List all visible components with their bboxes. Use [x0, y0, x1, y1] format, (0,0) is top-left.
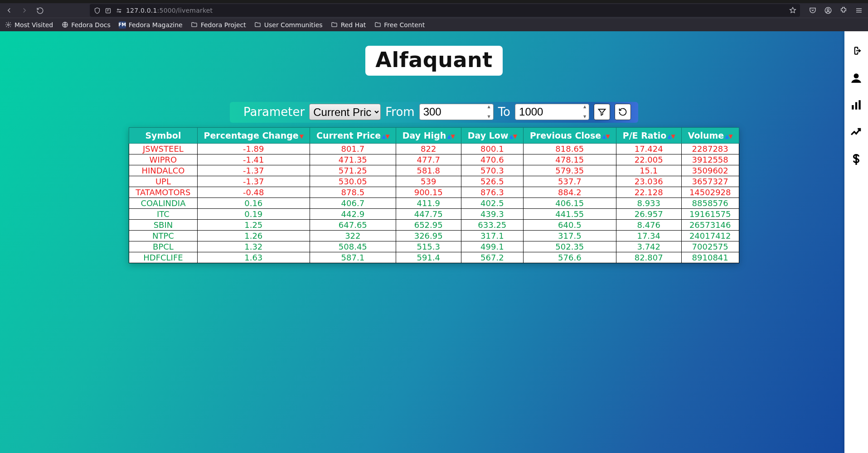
parameter-label: Parameter: [243, 105, 305, 119]
cell-pct: -1.37: [197, 165, 310, 176]
svg-point-1: [117, 9, 118, 10]
cell-vol: 8910841: [681, 252, 739, 263]
col-high[interactable]: Day High▲▼: [396, 128, 461, 144]
folder-icon: [191, 21, 198, 29]
cell-pe: 17.34: [616, 231, 681, 241]
from-label: From: [385, 105, 414, 119]
table-row[interactable]: NTPC1.26322326.95317.1317.517.3424017412: [129, 231, 739, 241]
col-prev[interactable]: Previous Close▲▼: [523, 128, 616, 144]
table-row[interactable]: JSWSTEEL-1.89801.7822800.1818.6517.42422…: [129, 144, 739, 154]
browser-toolbar: 127.0.0.1:5000/livemarket: [0, 3, 868, 18]
to-spinner[interactable]: ▲▼: [582, 105, 588, 119]
bar-chart-icon[interactable]: [849, 98, 863, 112]
fedora-magazine-icon: FM: [119, 21, 126, 29]
cell-pe: 23.036: [616, 176, 681, 187]
page-info-icon[interactable]: [104, 7, 112, 14]
cell-price: 406.7: [310, 198, 396, 209]
cell-pe: 17.424: [616, 144, 681, 154]
to-input[interactable]: [515, 104, 589, 120]
cell-prev: 441.55: [523, 209, 616, 220]
table-row[interactable]: UPL-1.37530.05539526.5537.723.0363657327: [129, 176, 739, 187]
extensions-icon[interactable]: [837, 4, 850, 17]
cell-symbol: JSWSTEEL: [129, 144, 197, 154]
col-symbol: Symbol: [129, 128, 197, 144]
col-pct[interactable]: Percentage Change▼: [197, 128, 310, 144]
cell-price: 530.05: [310, 176, 396, 187]
url-path: :5000/livemarket: [157, 7, 213, 14]
bookmark-label: Free Content: [384, 21, 425, 29]
cell-high: 411.9: [396, 198, 461, 209]
app-menu-icon[interactable]: [853, 4, 865, 17]
cell-symbol: WIPRO: [129, 154, 197, 165]
bookmark-label: Fedora Magazine: [129, 21, 183, 29]
cell-pe: 26.957: [616, 209, 681, 220]
app-viewport: Alfaquant Parameter Current Price From ▲…: [0, 31, 868, 453]
col-pe[interactable]: P/E Ratio▲▼: [616, 128, 681, 144]
table-row[interactable]: WIPRO-1.41471.35477.7470.6478.1522.00539…: [129, 154, 739, 165]
col-label: Volume: [688, 130, 724, 140]
bookmark-item[interactable]: User Communities: [254, 21, 323, 29]
nav-forward-button[interactable]: [18, 4, 31, 17]
filter-bar: Parameter Current Price From ▲▼ To ▲▼: [0, 102, 868, 123]
table-row[interactable]: HINDALCO-1.37571.25581.8570.3579.3515.13…: [129, 165, 739, 176]
nav-refresh-button[interactable]: [34, 4, 46, 17]
cell-low: 499.1: [461, 241, 523, 252]
cell-low: 876.3: [461, 187, 523, 198]
cell-pct: 0.19: [197, 209, 310, 220]
bookmark-item[interactable]: Most Visited: [5, 21, 53, 29]
bookmark-star-icon[interactable]: [789, 7, 796, 14]
table-row[interactable]: ITC0.19442.9447.75439.3441.5526.95719161…: [129, 209, 739, 220]
cell-pe: 22.128: [616, 187, 681, 198]
shield-icon: [93, 7, 101, 14]
bookmark-label: Fedora Docs: [71, 21, 110, 29]
bookmark-item[interactable]: Free Content: [374, 21, 425, 29]
col-label: Day Low: [468, 130, 509, 140]
account-icon[interactable]: [822, 4, 834, 17]
cell-high: 652.95: [396, 220, 461, 231]
cell-low: 570.3: [461, 165, 523, 176]
col-low[interactable]: Day Low▲▼: [461, 128, 523, 144]
filter-inner: Parameter Current Price From ▲▼ To ▲▼: [230, 102, 638, 123]
logout-icon[interactable]: [849, 44, 863, 58]
cell-prev: 818.65: [523, 144, 616, 154]
table-row[interactable]: SBIN1.25647.65652.95633.25640.58.4762657…: [129, 220, 739, 231]
table-wrap: SymbolPercentage Change▼Current Price▲▼D…: [0, 127, 868, 263]
parameter-select[interactable]: Current Price: [309, 104, 381, 120]
cell-high: 326.95: [396, 231, 461, 241]
bookmark-item[interactable]: FMFedora Magazine: [119, 21, 183, 29]
cell-pct: 1.25: [197, 220, 310, 231]
trend-icon[interactable]: [849, 125, 863, 139]
filter-button[interactable]: [594, 104, 610, 120]
url-bar[interactable]: 127.0.0.1:5000/livemarket: [90, 4, 800, 17]
cell-price: 571.25: [310, 165, 396, 176]
permissions-icon[interactable]: [115, 7, 122, 14]
table-body: JSWSTEEL-1.89801.7822800.1818.6517.42422…: [129, 144, 739, 263]
cell-price: 801.7: [310, 144, 396, 154]
table-row[interactable]: TATAMOTORS-0.48878.5900.15876.3884.222.1…: [129, 187, 739, 198]
browser-tab-strip: [0, 0, 868, 3]
cell-prev: 478.15: [523, 154, 616, 165]
bookmark-item[interactable]: Fedora Docs: [61, 21, 110, 29]
col-price[interactable]: Current Price▲▼: [310, 128, 396, 144]
bookmark-item[interactable]: Fedora Project: [191, 21, 246, 29]
dollar-icon[interactable]: [849, 153, 863, 166]
pocket-icon[interactable]: [806, 4, 819, 17]
cell-vol: 3912558: [681, 154, 739, 165]
cell-pe: 82.807: [616, 252, 681, 263]
bookmark-item[interactable]: Red Hat: [331, 21, 366, 29]
reset-button[interactable]: [615, 104, 631, 120]
cell-pct: 1.26: [197, 231, 310, 241]
table-row[interactable]: COALINDIA0.16406.7411.9402.5406.158.9338…: [129, 198, 739, 209]
from-input[interactable]: [419, 104, 494, 120]
nav-back-button[interactable]: [3, 4, 15, 17]
col-vol[interactable]: Volume▲▼: [681, 128, 739, 144]
from-spinner[interactable]: ▲▼: [486, 105, 492, 119]
bookmarks-bar: Most VisitedFedora DocsFMFedora Magazine…: [0, 18, 868, 31]
cell-price: 471.35: [310, 154, 396, 165]
table-row[interactable]: HDFCLIFE1.63587.1591.4567.2576.682.80789…: [129, 252, 739, 263]
table-row[interactable]: BPCL1.32508.45515.3499.1502.353.74270025…: [129, 241, 739, 252]
cell-high: 581.8: [396, 165, 461, 176]
cell-prev: 317.5: [523, 231, 616, 241]
app-title: Alfaquant: [365, 46, 502, 76]
user-icon[interactable]: [849, 71, 863, 85]
